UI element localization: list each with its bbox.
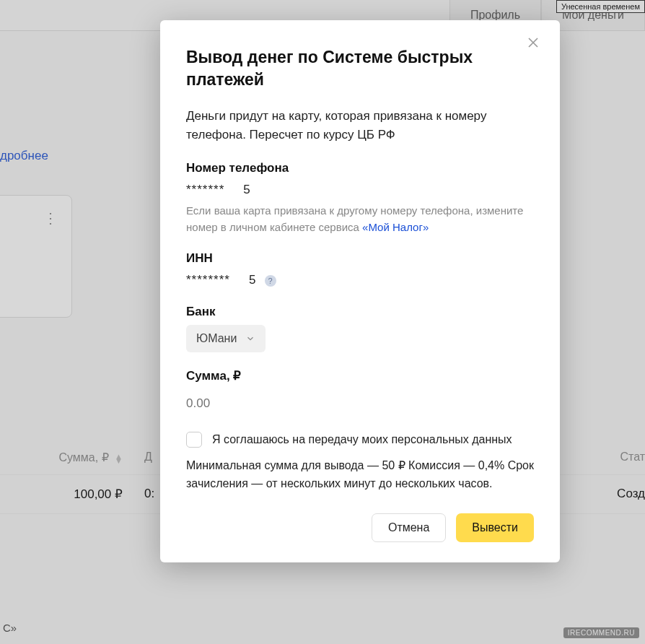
bank-select[interactable]: ЮМани [186,325,266,352]
phone-value: *******5 [186,181,534,199]
submit-button[interactable]: Вывести [456,513,534,542]
bank-field-group: Банк ЮМани [186,305,534,352]
consent-checkbox[interactable] [186,432,202,448]
close-icon [527,36,540,49]
amount-input[interactable] [186,392,534,415]
inn-value: ********5 ? [186,271,534,289]
help-icon[interactable]: ? [265,275,276,287]
phone-hint-text: Если ваша карта привязана к другому номе… [186,204,523,233]
close-button[interactable] [527,36,544,53]
fineprint: Минимальная сумма для вывода — 50 ₽ Коми… [186,457,534,493]
phone-label: Номер телефона [186,161,534,175]
amount-label: Сумма, ₽ [186,368,534,383]
bank-label: Банк [186,305,534,319]
modal-title: Вывод денег по Системе быстрых платежей [186,46,534,91]
chevron-down-icon [245,334,255,344]
phone-tail: 5 [243,183,250,196]
withdraw-modal: Вывод денег по Системе быстрых платежей … [160,20,560,562]
inn-label: ИНН [186,251,534,266]
cancel-button[interactable]: Отмена [372,513,446,542]
phone-hint: Если ваша карта привязана к другому номе… [186,203,534,235]
phone-masked: ******* [186,183,224,196]
my-tax-link[interactable]: «Мой Налог» [362,221,429,233]
inn-tail: 5 [249,273,256,287]
phone-field-group: Номер телефона *******5 Если ваша карта … [186,161,534,235]
amount-field-group: Сумма, ₽ [186,368,534,415]
modal-actions: Отмена Вывести [186,513,534,542]
bank-selected-value: ЮМани [196,332,237,345]
consent-label: Я соглашаюсь на передачу моих персональн… [212,431,512,448]
modal-description: Деньги придут на карту, которая привязан… [186,107,534,144]
inn-masked: ******** [186,273,230,287]
inn-field-group: ИНН ********5 ? [186,251,534,289]
consent-row: Я соглашаюсь на передачу моих персональн… [186,431,534,448]
